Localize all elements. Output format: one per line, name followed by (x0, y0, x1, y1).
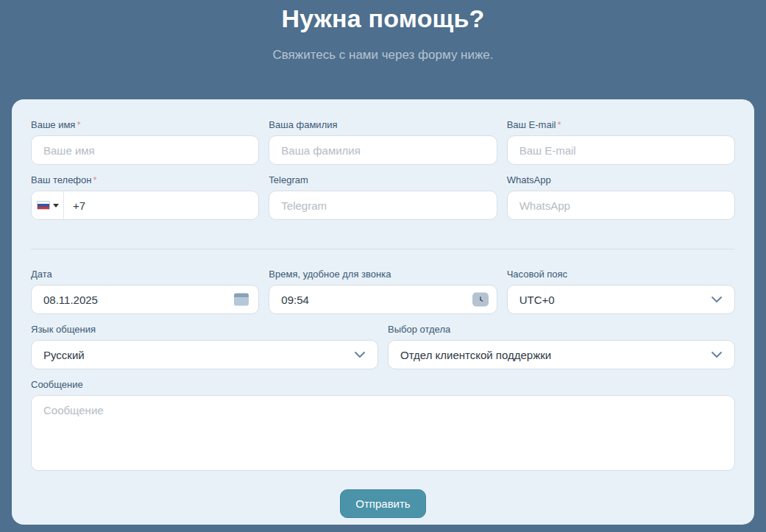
whatsapp-field-group: WhatsApp (507, 174, 735, 220)
telegram-label: Telegram (269, 174, 497, 185)
date-input[interactable] (31, 285, 259, 314)
time-label: Время, удобное для звонка (269, 269, 497, 280)
message-field-group: Сообщение (31, 379, 735, 474)
page-title: Нужна помощь? (0, 4, 766, 33)
department-field-group: Выбор отдела Отдел клиентской поддержки (388, 324, 735, 369)
phone-label-text: Ваш телефон (31, 174, 91, 185)
page-header: Нужна помощь? Свяжитесь с нами через фор… (0, 0, 766, 63)
last-name-field-group: Ваша фамилия (269, 119, 497, 165)
date-field-group: Дата (31, 269, 259, 314)
time-field-group: Время, удобное для звонка (269, 269, 497, 314)
last-name-label: Ваша фамилия (269, 119, 497, 130)
language-field-group: Язык общения Русский (31, 324, 378, 369)
whatsapp-input[interactable] (507, 191, 735, 220)
telegram-field-group: Telegram (269, 174, 497, 220)
page-subtitle: Свяжитесь с нами через форму ниже. (0, 48, 766, 63)
chevron-down-icon (711, 296, 723, 303)
required-asterisk: * (557, 119, 561, 130)
submit-button[interactable]: Отправить (340, 489, 425, 518)
form-row-contacts: Ваш телефон* +7 Telegram WhatsApp (31, 174, 735, 220)
chevron-down-icon (354, 351, 366, 358)
message-label: Сообщение (31, 379, 735, 390)
language-selected-value: Русский (43, 349, 85, 361)
required-asterisk: * (77, 119, 80, 130)
phone-field-group: Ваш телефон* +7 (31, 174, 259, 220)
phone-input[interactable]: +7 (31, 191, 259, 220)
timezone-label: Часовой пояс (507, 269, 735, 280)
first-name-label-text: Ваше имя (31, 119, 75, 130)
clock-icon[interactable] (472, 293, 489, 307)
first-name-field-group: Ваше имя* (31, 119, 259, 165)
form-row-preferences: Язык общения Русский Выбор отдела Отдел … (31, 324, 735, 369)
timezone-field-group: Часовой пояс UTC+0 (507, 269, 735, 314)
contact-form-card: Ваше имя* Ваша фамилия Ваш E-mail* Ваш т… (12, 99, 754, 525)
whatsapp-label: WhatsApp (507, 174, 735, 185)
chevron-down-icon (711, 351, 723, 358)
department-select[interactable]: Отдел клиентской поддержки (388, 340, 735, 369)
time-input[interactable] (269, 285, 497, 314)
language-label: Язык общения (31, 324, 378, 335)
last-name-input[interactable] (269, 135, 497, 165)
email-field-group: Ваш E-mail* (507, 119, 735, 165)
calendar-icon[interactable] (234, 294, 249, 306)
timezone-selected-value: UTC+0 (519, 294, 555, 306)
email-label: Ваш E-mail* (507, 119, 735, 130)
section-divider (31, 249, 735, 249)
form-row-schedule: Дата Время, удобное для звонка (31, 269, 735, 314)
phone-label: Ваш телефон* (31, 174, 259, 185)
required-asterisk: * (93, 174, 96, 185)
telegram-input[interactable] (269, 191, 497, 220)
submit-row: Отправить (31, 489, 735, 518)
department-selected-value: Отдел клиентской поддержки (400, 349, 551, 361)
timezone-select[interactable]: UTC+0 (507, 285, 735, 314)
russia-flag-icon (37, 201, 50, 210)
department-label: Выбор отдела (388, 324, 735, 335)
first-name-label: Ваше имя* (31, 119, 259, 130)
first-name-input[interactable] (31, 135, 259, 165)
form-row-identity: Ваше имя* Ваша фамилия Ваш E-mail* (31, 119, 735, 165)
email-label-text: Ваш E-mail (507, 119, 556, 130)
date-label: Дата (31, 269, 259, 280)
message-textarea[interactable] (31, 395, 735, 471)
phone-value[interactable]: +7 (64, 191, 258, 219)
language-select[interactable]: Русский (31, 340, 378, 369)
dropdown-caret-icon (53, 204, 59, 208)
country-code-dropdown[interactable] (32, 191, 64, 219)
email-input[interactable] (507, 135, 735, 165)
